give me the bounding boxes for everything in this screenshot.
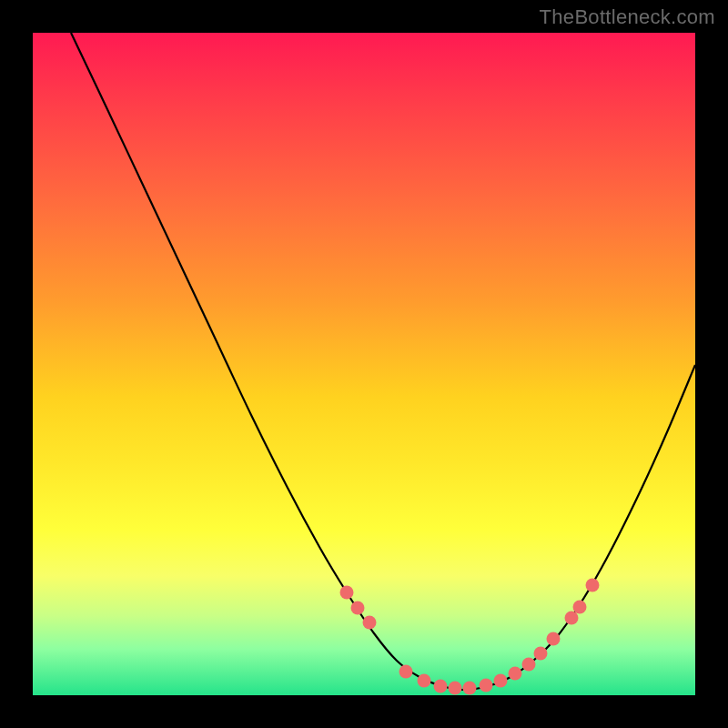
curve-marker (418, 674, 431, 688)
curve-marker (399, 665, 413, 679)
curve-marker (480, 679, 493, 693)
curve-marker (340, 586, 354, 600)
plot-area (33, 33, 695, 695)
curve-marker (434, 680, 448, 693)
curve-marker (509, 667, 522, 681)
curve-marker (534, 647, 548, 661)
curve-marker (586, 579, 600, 592)
curve-marker (547, 632, 561, 646)
curve-marker (522, 658, 536, 672)
curve-markers (340, 579, 600, 695)
watermark-text: TheBottleneck.com (540, 5, 715, 29)
curve-marker (363, 616, 377, 630)
curve-marker (449, 682, 462, 695)
curve-marker (463, 682, 477, 695)
bottleneck-curve (71, 33, 695, 690)
curve-marker (494, 674, 508, 688)
curve-marker (565, 612, 579, 625)
curve-marker (351, 602, 365, 615)
chart-svg (33, 33, 695, 695)
chart-frame: TheBottleneck.com (0, 0, 728, 728)
curve-marker (573, 601, 587, 614)
